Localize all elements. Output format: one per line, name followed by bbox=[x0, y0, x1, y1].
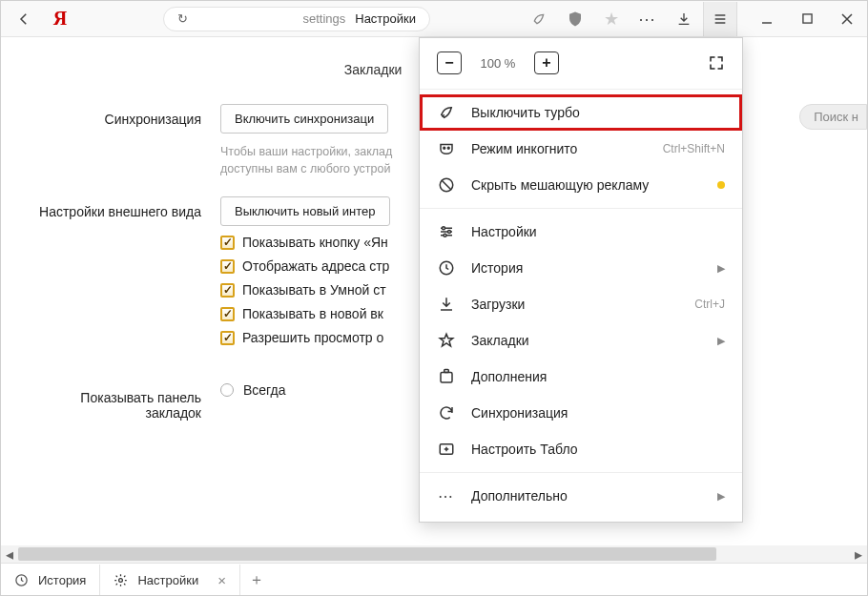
tab-settings[interactable]: Настройки × bbox=[100, 565, 240, 595]
chevron-right-icon: ▶ bbox=[717, 335, 725, 347]
menu-item-extensions[interactable]: Дополнения bbox=[420, 359, 742, 395]
menu-item-more[interactable]: ⋯ Дополнительно ▶ bbox=[420, 478, 742, 514]
star-icon bbox=[437, 331, 456, 350]
menu-item-downloads[interactable]: Загрузки Ctrl+J bbox=[420, 286, 742, 322]
checkbox-icon: ✓ bbox=[220, 283, 235, 298]
svg-point-7 bbox=[448, 231, 451, 234]
menu-item-history[interactable]: История ▶ bbox=[420, 250, 742, 286]
zoom-in-button[interactable]: + bbox=[534, 51, 559, 74]
scroll-left-button[interactable]: ◂ bbox=[1, 545, 18, 563]
menu-item-hide-ads[interactable]: Скрыть мешающую рекламу bbox=[420, 167, 742, 203]
search-input[interactable]: Поиск н bbox=[799, 104, 867, 130]
extension-icon bbox=[437, 367, 456, 386]
nav-bookmarks[interactable]: Закладки bbox=[344, 62, 403, 77]
zoom-out-button[interactable]: − bbox=[437, 51, 462, 74]
yandex-logo-icon[interactable]: Я bbox=[49, 8, 72, 31]
clock-icon bbox=[437, 258, 456, 277]
svg-rect-11 bbox=[444, 370, 449, 373]
appearance-section-label: Настройки внешнего вида bbox=[24, 196, 220, 354]
more-icon: ⋯ bbox=[437, 486, 456, 505]
tab-settings-label: Настройки bbox=[137, 573, 198, 587]
scroll-thumb[interactable] bbox=[18, 547, 716, 561]
no-ads-icon bbox=[437, 175, 456, 195]
svg-point-6 bbox=[443, 227, 445, 230]
svg-rect-10 bbox=[441, 373, 452, 383]
mask-icon bbox=[437, 139, 456, 158]
address-title: Настройки bbox=[355, 11, 416, 26]
turbo-indicator-icon[interactable] bbox=[522, 2, 556, 36]
downloads-icon[interactable] bbox=[667, 2, 701, 36]
tab-history[interactable]: История bbox=[1, 565, 100, 595]
shortcut-label: Ctrl+Shift+N bbox=[663, 142, 725, 155]
title-bar: Я ↻ settings Настройки ★ ⋯ bbox=[1, 1, 867, 37]
svg-point-4 bbox=[447, 147, 449, 149]
gear-icon bbox=[114, 573, 128, 587]
new-tab-button[interactable]: ＋ bbox=[240, 565, 273, 595]
fullscreen-icon[interactable] bbox=[708, 54, 725, 72]
menu-item-settings[interactable]: Настройки bbox=[420, 214, 742, 250]
tab-close-icon[interactable]: × bbox=[217, 572, 226, 588]
more-actions-icon[interactable]: ⋯ bbox=[630, 2, 665, 36]
window-maximize-button[interactable] bbox=[787, 2, 827, 36]
rocket-icon bbox=[437, 103, 456, 122]
clock-icon bbox=[14, 573, 29, 587]
checkbox-icon: ✓ bbox=[220, 331, 235, 345]
main-menu-dropdown: − 100 % + Выключить турбо Режим инкогнит… bbox=[419, 37, 743, 523]
svg-point-3 bbox=[444, 147, 445, 149]
address-bar[interactable]: ↻ settings Настройки bbox=[72, 7, 522, 31]
window-minimize-button[interactable] bbox=[747, 2, 787, 36]
svg-point-2 bbox=[119, 578, 123, 582]
sync-section-label: Синхронизация bbox=[24, 104, 220, 177]
menu-item-sync[interactable]: Синхронизация bbox=[420, 395, 742, 431]
radio-icon bbox=[220, 383, 234, 397]
tableau-icon bbox=[437, 440, 456, 459]
enable-sync-button[interactable]: Включить синхронизаци bbox=[220, 104, 388, 134]
bottom-tab-bar: История Настройки × ＋ bbox=[1, 563, 867, 595]
sync-icon bbox=[437, 403, 456, 422]
window-close-button[interactable] bbox=[827, 2, 867, 36]
chevron-right-icon: ▶ bbox=[717, 490, 725, 503]
tab-history-label: История bbox=[38, 573, 86, 587]
scroll-right-button[interactable]: ▸ bbox=[850, 545, 867, 563]
zoom-controls: − 100 % + bbox=[420, 46, 742, 84]
address-scheme: settings bbox=[302, 11, 345, 26]
status-dot-icon bbox=[717, 181, 725, 189]
scroll-track[interactable] bbox=[18, 545, 850, 563]
zoom-level: 100 % bbox=[475, 56, 521, 71]
sliders-icon bbox=[437, 222, 456, 241]
menu-item-tableau[interactable]: Настроить Табло bbox=[420, 431, 742, 467]
menu-item-turbo[interactable]: Выключить турбо bbox=[420, 94, 742, 131]
main-menu-button[interactable] bbox=[703, 2, 737, 36]
checkbox-icon: ✓ bbox=[220, 307, 235, 321]
checkbox-icon: ✓ bbox=[220, 236, 235, 250]
bookmarks-panel-label: Показывать панель закладок bbox=[24, 382, 220, 421]
horizontal-scrollbar[interactable]: ◂ ▸ bbox=[1, 545, 867, 563]
back-button[interactable] bbox=[12, 8, 35, 31]
menu-item-incognito[interactable]: Режим инкогнито Ctrl+Shift+N bbox=[420, 131, 742, 167]
svg-point-8 bbox=[444, 234, 446, 236]
reload-icon[interactable]: ↻ bbox=[177, 11, 188, 26]
disable-new-ui-button[interactable]: Выключить новый интер bbox=[220, 196, 390, 226]
svg-rect-0 bbox=[802, 14, 811, 23]
download-icon bbox=[437, 295, 456, 314]
shortcut-label: Ctrl+J bbox=[694, 298, 725, 311]
checkbox-icon: ✓ bbox=[220, 259, 235, 274]
protect-icon[interactable] bbox=[558, 2, 592, 36]
menu-item-bookmarks[interactable]: Закладки ▶ bbox=[420, 322, 742, 359]
bookmark-star-icon[interactable]: ★ bbox=[594, 2, 629, 36]
chevron-right-icon: ▶ bbox=[717, 262, 725, 275]
